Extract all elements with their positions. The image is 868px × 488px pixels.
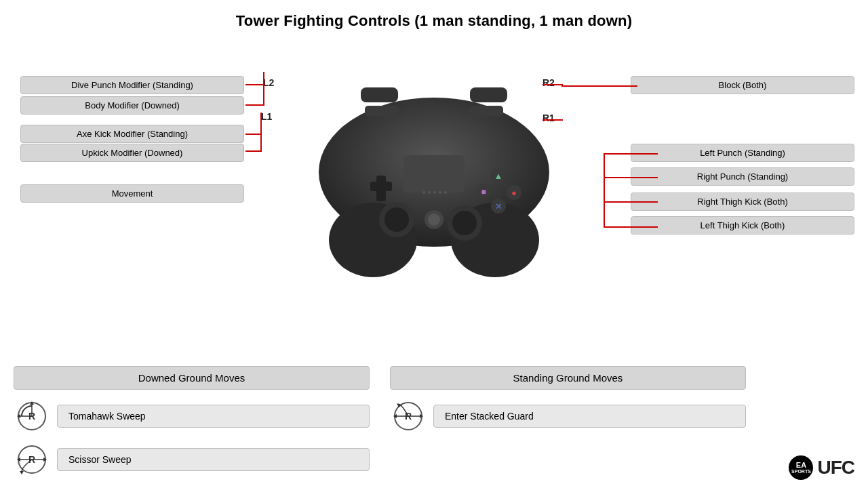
- downed-title: Downed Ground Moves: [14, 366, 370, 390]
- logo-area: EA SPORTS UFC: [789, 455, 854, 480]
- r1-label: R1: [542, 113, 555, 123]
- right-punch-label: Right Punch (Standing): [631, 167, 854, 186]
- svg-rect-9: [370, 182, 392, 191]
- svg-rect-3: [403, 155, 465, 192]
- svg-rect-5: [470, 87, 507, 102]
- rotate-up-icon: R: [390, 398, 427, 434]
- svg-point-30: [444, 191, 447, 194]
- rotate-left-icon: R: [14, 398, 50, 434]
- left-punch-label: Left Punch (Standing): [631, 144, 854, 162]
- standing-moves-panel: Standing Ground Moves R Enter Stacked Gu…: [390, 366, 746, 485]
- l1-label: L1: [261, 111, 272, 122]
- svg-rect-4: [361, 87, 398, 102]
- stacked-guard-label: Enter Stacked Guard: [433, 405, 746, 428]
- block-label: Block (Both): [631, 76, 854, 94]
- bottom-section: Downed Ground Moves R Tomahawk Sweep: [14, 366, 746, 485]
- svg-point-27: [428, 191, 431, 194]
- svg-text:■: ■: [481, 187, 486, 197]
- tomahawk-row: R Tomahawk Sweep: [14, 398, 370, 434]
- ea-sports-logo: EA SPORTS: [789, 455, 813, 480]
- stacked-guard-row: R Enter Stacked Guard: [390, 398, 746, 434]
- svg-point-25: [405, 163, 416, 174]
- tomahawk-label: Tomahawk Sweep: [57, 405, 370, 428]
- svg-point-24: [452, 163, 463, 174]
- sports-text: SPORTS: [791, 469, 811, 474]
- svg-point-23: [428, 214, 440, 226]
- rotate-right-icon: R: [14, 441, 50, 478]
- l1-bottom-label: Upkick Modifier (Downed): [20, 144, 244, 162]
- svg-rect-7: [469, 106, 503, 117]
- r2-label: R2: [542, 77, 555, 88]
- l2-top-label: Dive Punch Modifier (Standing): [20, 76, 244, 94]
- scissor-label: Scissor Sweep: [57, 448, 370, 471]
- svg-point-28: [433, 191, 436, 194]
- page-title: Tower Fighting Controls (1 man standing,…: [0, 0, 868, 30]
- ufc-logo: UFC: [817, 457, 854, 479]
- svg-rect-6: [365, 106, 399, 117]
- l2-label: L2: [263, 77, 274, 88]
- controller-section: ▲ ■ ● ✕ L2 L1 R2 R1: [0, 37, 868, 328]
- movement-label: Movement: [20, 184, 244, 203]
- downed-moves-panel: Downed Ground Moves R Tomahawk Sweep: [14, 366, 370, 485]
- left-thigh-label: Left Thigh Kick (Both): [631, 216, 854, 235]
- svg-point-13: [452, 211, 477, 235]
- svg-text:●: ●: [511, 188, 517, 198]
- svg-point-11: [384, 207, 409, 232]
- svg-text:▲: ▲: [494, 171, 503, 181]
- controller-image: ▲ ■ ● ✕: [305, 50, 563, 283]
- ea-text: EA: [796, 461, 806, 469]
- l1-top-label: Axe Kick Modifier (Standing): [20, 125, 244, 143]
- l2-bottom-label: Body Modifier (Downed): [20, 96, 244, 115]
- standing-title: Standing Ground Moves: [390, 366, 746, 390]
- right-thigh-label: Right Thigh Kick (Both): [631, 192, 854, 211]
- svg-text:✕: ✕: [495, 201, 502, 211]
- svg-point-29: [439, 191, 441, 194]
- scissor-row: R Scissor Sweep: [14, 441, 370, 478]
- svg-marker-43: [20, 471, 24, 474]
- svg-point-26: [422, 191, 425, 194]
